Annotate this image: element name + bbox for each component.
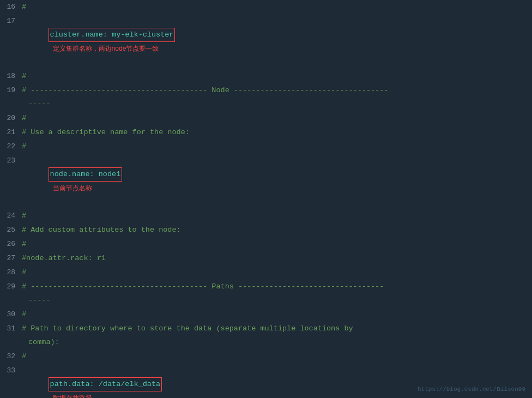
- line-number-19: 19: [0, 84, 22, 97]
- code-line-33: 33 path.data: /data/elk_data 数据存放路径: [0, 364, 532, 398]
- code-line-31: 31 # Path to directory where to store th…: [0, 322, 532, 349]
- line-number-18: 18: [0, 70, 22, 83]
- cluster-name-key: cluster.name: my-elk-cluster: [49, 28, 176, 42]
- line-content-26: #: [22, 238, 532, 251]
- code-line-24: 24 #: [0, 209, 532, 223]
- line-number-28: 28: [0, 266, 22, 279]
- code-line-19: 19 # -----------------------------------…: [0, 83, 532, 111]
- line-content-25: # Add custom attributes to the node:: [22, 224, 532, 237]
- code-line-26: 26 #: [0, 237, 532, 251]
- line-number-29: 29: [0, 280, 22, 293]
- line-content-18: #: [22, 70, 532, 83]
- code-line-29: 29 # -----------------------------------…: [0, 280, 532, 307]
- node-name-annotation: 当前节点名称: [53, 184, 92, 192]
- line-number-30: 30: [0, 308, 22, 321]
- line-number-27: 27: [0, 252, 22, 265]
- line-content-27: #node.attr.rack: r1: [22, 252, 532, 265]
- code-line-16: 16 #: [0, 0, 532, 14]
- line-content-21: # Use a descriptive name for the node:: [22, 126, 532, 139]
- node-name-key: node.name: node1: [49, 167, 123, 182]
- line-content-24: #: [22, 209, 532, 222]
- code-line-21: 21 # Use a descriptive name for the node…: [0, 125, 532, 140]
- line-content-19-cont: -----: [28, 100, 51, 108]
- code-line-28: 28 #: [0, 266, 532, 280]
- line-number-16: 16: [0, 1, 22, 14]
- line-content-31-cont: comma):: [28, 338, 59, 346]
- line-number-33: 33: [0, 364, 22, 377]
- line-content-28: #: [22, 266, 532, 279]
- line-number-24: 24: [0, 209, 22, 222]
- line-content-30: #: [22, 308, 532, 321]
- line-content-17: cluster.name: my-elk-cluster 定义集群名称，两边no…: [22, 15, 532, 69]
- line-content-33: path.data: /data/elk_data 数据存放路径: [22, 364, 532, 398]
- code-line-18: 18 #: [0, 69, 532, 83]
- code-line-23: 23 node.name: node1 当前节点名称: [0, 154, 532, 209]
- line-content-29-cont: -----: [28, 296, 51, 304]
- line-number-22: 22: [0, 140, 22, 153]
- line-number-23: 23: [0, 154, 22, 167]
- line-number-25: 25: [0, 224, 22, 237]
- line-number-31: 31: [0, 322, 22, 335]
- code-line-30: 30 #: [0, 307, 532, 322]
- code-line-17: 17 cluster.name: my-elk-cluster 定义集群名称，两…: [0, 14, 532, 69]
- code-line-32: 32 #: [0, 349, 532, 364]
- line-content-22: #: [22, 140, 532, 153]
- code-editor: 16 # 17 cluster.name: my-elk-cluster 定义集…: [0, 0, 532, 398]
- line-content-31: # Path to directory where to store the d…: [22, 322, 532, 335]
- line-content-16: #: [22, 1, 532, 14]
- line-number-17: 17: [0, 15, 22, 28]
- code-line-22: 22 #: [0, 140, 532, 154]
- line-number-20: 20: [0, 112, 22, 125]
- line-content-32: #: [22, 350, 532, 363]
- line-content-20: #: [22, 112, 532, 125]
- path-data-key: path.data: /data/elk_data: [49, 377, 162, 391]
- code-line-25: 25 # Add custom attributes to the node:: [0, 223, 532, 237]
- line-content-19: # --------------------------------------…: [22, 84, 532, 97]
- code-line-27: 27 #node.attr.rack: r1: [0, 251, 532, 266]
- line-number-32: 32: [0, 350, 22, 363]
- line-content-23: node.name: node1 当前节点名称: [22, 154, 532, 208]
- line-number-26: 26: [0, 238, 22, 251]
- line-content-29: # --------------------------------------…: [22, 280, 532, 293]
- path-data-annotation: 数据存放路径: [53, 394, 92, 398]
- line-number-21: 21: [0, 126, 22, 139]
- cluster-name-annotation: 定义集群名称，两边node节点要一致: [53, 45, 159, 52]
- code-line-20: 20 #: [0, 111, 532, 125]
- watermark: https://blog.csdn.net/Bilson99: [418, 386, 525, 393]
